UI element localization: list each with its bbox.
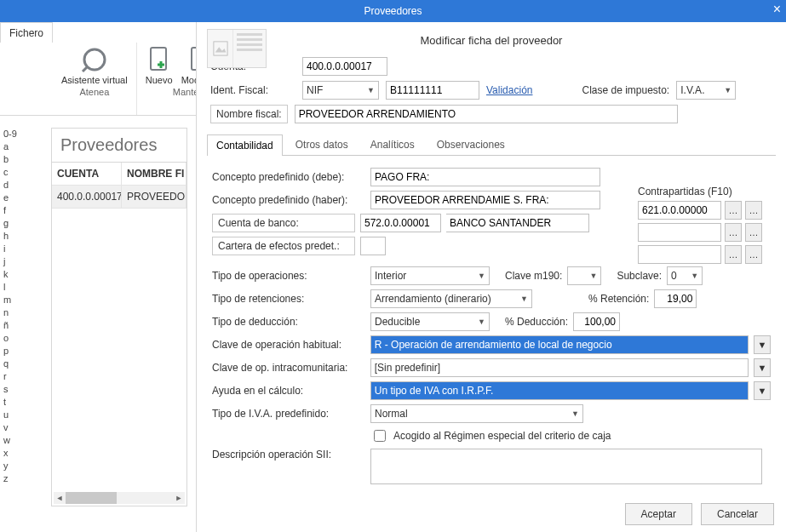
alpha-k[interactable]: k — [3, 268, 27, 281]
alpha-a[interactable]: a — [3, 140, 27, 153]
alpha-g[interactable]: g — [3, 217, 27, 230]
ribbon-tab-fichero[interactable]: Fichero — [0, 22, 53, 43]
contrapartida-lookup-3[interactable]: … — [725, 245, 742, 264]
scroll-thumb[interactable] — [66, 492, 117, 504]
tab-contabilidad-body: Concepto predefinido (debe): Concepto pr… — [207, 164, 776, 492]
alpha-o[interactable]: o — [3, 332, 27, 345]
alpha-ñ[interactable]: ñ — [3, 319, 27, 332]
alpha-x[interactable]: x — [3, 447, 27, 460]
alpha-u[interactable]: u — [3, 409, 27, 421]
aceptar-button[interactable]: Aceptar — [625, 503, 692, 525]
image-placeholder[interactable] — [207, 29, 267, 68]
alpha-m[interactable]: m — [3, 294, 27, 306]
alpha-y[interactable]: y — [3, 460, 27, 472]
concepto-haber-input[interactable] — [370, 191, 600, 209]
clave-op-ic-select[interactable]: [Sin predefinir] — [370, 358, 749, 377]
scroll-right-icon[interactable]: ► — [173, 492, 185, 504]
alpha-v[interactable]: v — [3, 421, 27, 434]
contrapartida-input-1[interactable] — [638, 201, 721, 220]
label-clave-op-habitual: Clave de operación habitual: — [212, 339, 365, 351]
alpha-i[interactable]: i — [3, 243, 27, 255]
alpha-c[interactable]: c — [3, 166, 27, 179]
contrapartida-lookup-2[interactable]: … — [725, 223, 742, 242]
contrapartida-lookup-1[interactable]: … — [725, 201, 742, 220]
ayuda-calculo-select[interactable]: Un tipo de IVA con I.R.P.F. — [370, 381, 749, 400]
clase-impuesto-select[interactable]: I.V.A.▼ — [676, 81, 736, 100]
ident-tipo-select[interactable]: NIF▼ — [302, 81, 379, 100]
alpha-f[interactable]: f — [3, 204, 27, 217]
tipo-operaciones-select[interactable]: Interior▼ — [370, 266, 490, 285]
nuevo-label: Nuevo — [146, 75, 173, 85]
clave-op-ic-value: [Sin predefinir] — [375, 362, 440, 374]
alpha-h[interactable]: h — [3, 230, 27, 243]
cancelar-button[interactable]: Cancelar — [701, 503, 774, 525]
cartera-input[interactable] — [360, 237, 386, 255]
asistente-virtual-button[interactable]: Asistente virtual — [61, 46, 128, 85]
alpha-w[interactable]: w — [3, 434, 27, 447]
contrapartida-extra-2[interactable]: … — [745, 223, 762, 242]
alpha-b[interactable]: b — [3, 153, 27, 166]
tipo-deduccion-select[interactable]: Deducible▼ — [370, 312, 490, 331]
alpha-p[interactable]: p — [3, 345, 27, 358]
concepto-debe-input[interactable] — [370, 168, 600, 186]
alpha-d[interactable]: d — [3, 179, 27, 192]
clave-op-habitual-drop[interactable]: ▼ — [754, 335, 771, 354]
pct-retencion-input[interactable] — [654, 289, 697, 308]
alpha-n[interactable]: n — [3, 306, 27, 319]
subclave-select[interactable]: 0▼ — [667, 266, 703, 285]
form-title: Modificar ficha del proveedor — [207, 29, 776, 57]
acogido-checkbox-input[interactable] — [374, 430, 386, 442]
clave-op-ic-drop[interactable]: ▼ — [754, 358, 771, 377]
nombre-fiscal-input[interactable] — [295, 105, 678, 123]
close-icon[interactable]: × — [773, 2, 781, 17]
tipo-iva-select[interactable]: Normal▼ — [370, 404, 583, 423]
tab-contabilidad[interactable]: Contabilidad — [207, 134, 283, 156]
clave-m190-select[interactable]: ▼ — [567, 266, 601, 285]
cuenta-banco-nom-input[interactable] — [446, 214, 589, 232]
form-tabs: Contabilidad Otros datos Analíticos Obse… — [207, 134, 776, 156]
ayuda-calculo-drop[interactable]: ▼ — [754, 381, 771, 400]
ribbon-group-atenea-caption: Atenea — [79, 87, 109, 97]
acogido-checkbox[interactable]: Acogido al Régimen especial del criterio… — [370, 427, 611, 444]
grid-row[interactable]: 400.0.0.00017 PROVEEDOR — [52, 186, 186, 209]
tipo-retenciones-select[interactable]: Arrendamiento (dinerario)▼ — [370, 289, 532, 308]
scroll-left-icon[interactable]: ◄ — [54, 492, 66, 504]
alpha-0-9[interactable]: 0-9 — [3, 128, 27, 140]
tab-otros-datos[interactable]: Otros datos — [286, 134, 358, 155]
proveedor-form: Modificar ficha del proveedor Cuenta: Id… — [196, 22, 786, 532]
alpha-s[interactable]: s — [3, 383, 27, 396]
grid-col-cuenta[interactable]: CUENTA — [52, 163, 122, 186]
label-pct-retencion: % Retención: — [588, 293, 649, 305]
grid-col-nombre[interactable]: NOMBRE FI — [122, 163, 186, 186]
cuenta-input[interactable] — [302, 57, 387, 76]
alpha-l[interactable]: l — [3, 281, 27, 294]
alpha-t[interactable]: t — [3, 396, 27, 409]
grid-hscrollbar[interactable]: ◄ ► — [54, 492, 185, 504]
desc-sii-textarea[interactable] — [370, 449, 762, 484]
alpha-j[interactable]: j — [3, 255, 27, 268]
acogido-label: Acogido al Régimen especial del criterio… — [393, 430, 611, 442]
contrapartida-input-3[interactable] — [638, 245, 721, 264]
cuenta-banco-num-input[interactable] — [360, 214, 441, 232]
label-tipo-retenciones: Tipo de retenciones: — [212, 293, 365, 305]
proveedores-heading: Proveedores — [52, 129, 186, 162]
chevron-down-icon: ▼ — [691, 272, 698, 280]
tab-analiticos[interactable]: Analíticos — [361, 134, 424, 155]
contrapartida-input-2[interactable] — [638, 223, 721, 242]
clave-op-habitual-select[interactable]: R - Operación de arrendamiento de local … — [370, 335, 749, 354]
tipo-operaciones-value: Interior — [375, 270, 406, 282]
nuevo-button[interactable]: Nuevo — [146, 46, 173, 85]
tab-observaciones[interactable]: Observaciones — [427, 134, 514, 155]
contrapartida-extra-3[interactable]: … — [745, 245, 762, 264]
pct-deduccion-input[interactable] — [573, 312, 620, 331]
alpha-e[interactable]: e — [3, 192, 27, 204]
contrapartida-extra-1[interactable]: … — [745, 201, 762, 220]
ident-num-input[interactable] — [386, 81, 479, 100]
chevron-down-icon: ▼ — [520, 295, 528, 303]
alpha-r[interactable]: r — [3, 370, 27, 383]
validacion-link[interactable]: Validación — [486, 84, 532, 96]
alpha-q[interactable]: q — [3, 358, 27, 370]
alpha-z[interactable]: z — [3, 472, 27, 485]
chevron-down-icon: ▼ — [367, 86, 375, 94]
alpha-index: 0-9abcdefghijklmnñopqrstuvwxyz — [3, 128, 27, 485]
